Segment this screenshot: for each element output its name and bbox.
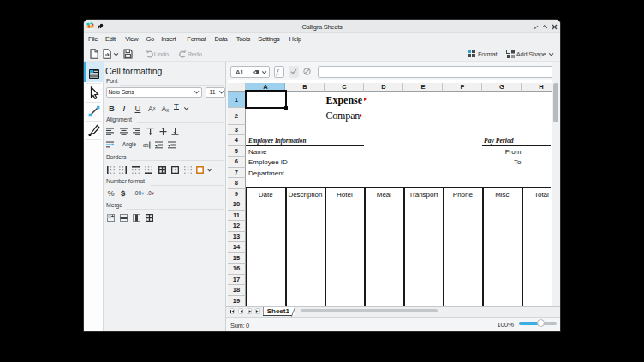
svg-text:ab: ab <box>143 142 149 148</box>
